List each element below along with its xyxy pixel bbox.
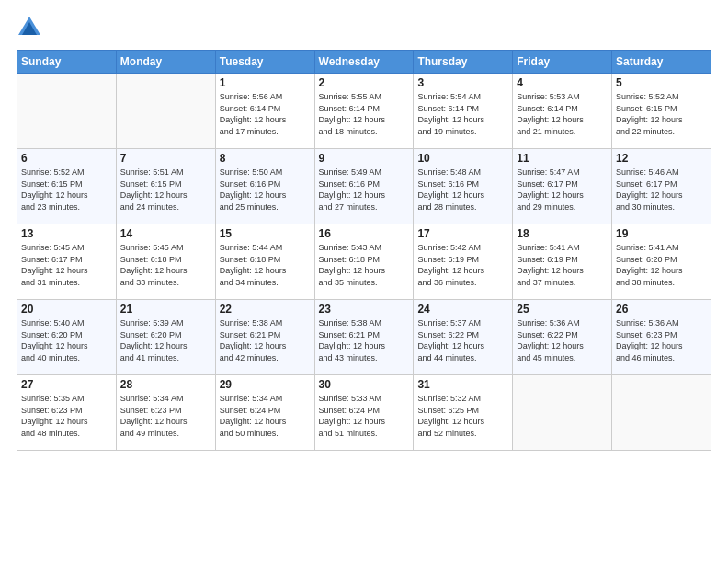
calendar-cell: 11Sunrise: 5:47 AM Sunset: 6:17 PM Dayli… xyxy=(513,149,612,224)
day-number: 3 xyxy=(417,76,508,89)
calendar-cell: 26Sunrise: 5:36 AM Sunset: 6:23 PM Dayli… xyxy=(612,300,711,375)
day-number: 12 xyxy=(616,152,707,165)
calendar-cell: 6Sunrise: 5:52 AM Sunset: 6:15 PM Daylig… xyxy=(17,149,117,224)
weekday-header-friday: Friday xyxy=(513,51,612,74)
calendar-cell: 31Sunrise: 5:32 AM Sunset: 6:25 PM Dayli… xyxy=(414,375,513,451)
day-info: Sunrise: 5:50 AM Sunset: 6:16 PM Dayligh… xyxy=(220,167,311,213)
day-number: 31 xyxy=(417,378,508,391)
calendar-cell xyxy=(513,375,612,451)
calendar-cell: 21Sunrise: 5:39 AM Sunset: 6:20 PM Dayli… xyxy=(116,300,215,375)
day-info: Sunrise: 5:46 AM Sunset: 6:17 PM Dayligh… xyxy=(616,167,707,213)
day-info: Sunrise: 5:42 AM Sunset: 6:19 PM Dayligh… xyxy=(417,242,508,288)
day-number: 20 xyxy=(21,303,112,316)
calendar-cell: 25Sunrise: 5:36 AM Sunset: 6:22 PM Dayli… xyxy=(513,300,612,375)
calendar-week-row: 6Sunrise: 5:52 AM Sunset: 6:15 PM Daylig… xyxy=(17,149,711,224)
day-number: 19 xyxy=(616,227,707,240)
day-number: 18 xyxy=(517,227,608,240)
day-number: 2 xyxy=(319,76,410,89)
day-info: Sunrise: 5:32 AM Sunset: 6:25 PM Dayligh… xyxy=(417,393,508,439)
day-number: 11 xyxy=(517,152,608,165)
calendar-cell: 22Sunrise: 5:38 AM Sunset: 6:21 PM Dayli… xyxy=(215,300,314,375)
page: SundayMondayTuesdayWednesdayThursdayFrid… xyxy=(0,0,728,563)
calendar-cell: 23Sunrise: 5:38 AM Sunset: 6:21 PM Dayli… xyxy=(314,300,414,375)
day-number: 24 xyxy=(417,303,508,316)
calendar-week-row: 20Sunrise: 5:40 AM Sunset: 6:20 PM Dayli… xyxy=(17,300,711,375)
calendar-cell: 1Sunrise: 5:56 AM Sunset: 6:14 PM Daylig… xyxy=(215,74,314,149)
calendar-cell: 14Sunrise: 5:45 AM Sunset: 6:18 PM Dayli… xyxy=(116,224,215,300)
calendar-cell: 24Sunrise: 5:37 AM Sunset: 6:22 PM Dayli… xyxy=(414,300,513,375)
day-info: Sunrise: 5:38 AM Sunset: 6:21 PM Dayligh… xyxy=(220,317,311,363)
calendar-cell: 18Sunrise: 5:41 AM Sunset: 6:19 PM Dayli… xyxy=(513,224,612,300)
day-info: Sunrise: 5:55 AM Sunset: 6:14 PM Dayligh… xyxy=(319,91,410,137)
calendar-cell: 29Sunrise: 5:34 AM Sunset: 6:24 PM Dayli… xyxy=(215,375,314,451)
day-info: Sunrise: 5:44 AM Sunset: 6:18 PM Dayligh… xyxy=(220,242,311,288)
calendar-cell: 4Sunrise: 5:53 AM Sunset: 6:14 PM Daylig… xyxy=(513,74,612,149)
calendar-week-row: 27Sunrise: 5:35 AM Sunset: 6:23 PM Dayli… xyxy=(17,375,711,451)
day-number: 4 xyxy=(517,76,608,89)
calendar-cell xyxy=(612,375,711,451)
day-info: Sunrise: 5:45 AM Sunset: 6:17 PM Dayligh… xyxy=(21,242,112,288)
day-number: 26 xyxy=(616,303,707,316)
day-number: 16 xyxy=(319,227,410,240)
day-info: Sunrise: 5:52 AM Sunset: 6:15 PM Dayligh… xyxy=(616,91,707,137)
calendar-cell: 17Sunrise: 5:42 AM Sunset: 6:19 PM Dayli… xyxy=(414,224,513,300)
day-info: Sunrise: 5:51 AM Sunset: 6:15 PM Dayligh… xyxy=(120,167,211,213)
day-info: Sunrise: 5:48 AM Sunset: 6:16 PM Dayligh… xyxy=(417,167,508,213)
weekday-header-row: SundayMondayTuesdayWednesdayThursdayFrid… xyxy=(17,51,711,74)
day-number: 9 xyxy=(319,152,410,165)
calendar-cell: 28Sunrise: 5:34 AM Sunset: 6:23 PM Dayli… xyxy=(116,375,215,451)
day-number: 25 xyxy=(517,303,608,316)
calendar-cell: 27Sunrise: 5:35 AM Sunset: 6:23 PM Dayli… xyxy=(17,375,117,451)
day-info: Sunrise: 5:41 AM Sunset: 6:20 PM Dayligh… xyxy=(616,242,707,288)
calendar-cell xyxy=(116,74,215,149)
calendar-body: 1Sunrise: 5:56 AM Sunset: 6:14 PM Daylig… xyxy=(17,74,711,451)
calendar-cell: 8Sunrise: 5:50 AM Sunset: 6:16 PM Daylig… xyxy=(215,149,314,224)
logo xyxy=(17,15,46,40)
day-info: Sunrise: 5:49 AM Sunset: 6:16 PM Dayligh… xyxy=(319,167,410,213)
day-info: Sunrise: 5:38 AM Sunset: 6:21 PM Dayligh… xyxy=(319,317,410,363)
day-info: Sunrise: 5:54 AM Sunset: 6:14 PM Dayligh… xyxy=(417,91,508,137)
day-info: Sunrise: 5:40 AM Sunset: 6:20 PM Dayligh… xyxy=(21,317,112,363)
day-info: Sunrise: 5:37 AM Sunset: 6:22 PM Dayligh… xyxy=(417,317,508,363)
day-info: Sunrise: 5:52 AM Sunset: 6:15 PM Dayligh… xyxy=(21,167,112,213)
weekday-header-tuesday: Tuesday xyxy=(215,51,314,74)
calendar-cell: 3Sunrise: 5:54 AM Sunset: 6:14 PM Daylig… xyxy=(414,74,513,149)
day-number: 13 xyxy=(21,227,112,240)
day-info: Sunrise: 5:45 AM Sunset: 6:18 PM Dayligh… xyxy=(120,242,211,288)
day-number: 29 xyxy=(220,378,311,391)
day-number: 10 xyxy=(417,152,508,165)
calendar-cell: 2Sunrise: 5:55 AM Sunset: 6:14 PM Daylig… xyxy=(314,74,414,149)
day-number: 14 xyxy=(120,227,211,240)
calendar-cell: 9Sunrise: 5:49 AM Sunset: 6:16 PM Daylig… xyxy=(314,149,414,224)
day-number: 21 xyxy=(120,303,211,316)
day-info: Sunrise: 5:35 AM Sunset: 6:23 PM Dayligh… xyxy=(21,393,112,439)
day-info: Sunrise: 5:36 AM Sunset: 6:23 PM Dayligh… xyxy=(616,317,707,363)
weekday-header-wednesday: Wednesday xyxy=(314,51,414,74)
calendar-cell xyxy=(17,74,117,149)
day-number: 22 xyxy=(220,303,311,316)
day-number: 5 xyxy=(616,76,707,89)
day-number: 17 xyxy=(417,227,508,240)
calendar-cell: 30Sunrise: 5:33 AM Sunset: 6:24 PM Dayli… xyxy=(314,375,414,451)
day-info: Sunrise: 5:56 AM Sunset: 6:14 PM Dayligh… xyxy=(220,91,311,137)
day-number: 1 xyxy=(220,76,311,89)
weekday-header-monday: Monday xyxy=(116,51,215,74)
calendar-table: SundayMondayTuesdayWednesdayThursdayFrid… xyxy=(17,50,711,451)
day-number: 27 xyxy=(21,378,112,391)
calendar-cell: 15Sunrise: 5:44 AM Sunset: 6:18 PM Dayli… xyxy=(215,224,314,300)
day-info: Sunrise: 5:36 AM Sunset: 6:22 PM Dayligh… xyxy=(517,317,608,363)
logo-icon xyxy=(17,15,42,40)
calendar-week-row: 1Sunrise: 5:56 AM Sunset: 6:14 PM Daylig… xyxy=(17,74,711,149)
header xyxy=(17,15,711,40)
day-info: Sunrise: 5:34 AM Sunset: 6:23 PM Dayligh… xyxy=(120,393,211,439)
day-number: 28 xyxy=(120,378,211,391)
day-info: Sunrise: 5:41 AM Sunset: 6:19 PM Dayligh… xyxy=(517,242,608,288)
calendar-cell: 7Sunrise: 5:51 AM Sunset: 6:15 PM Daylig… xyxy=(116,149,215,224)
calendar-cell: 10Sunrise: 5:48 AM Sunset: 6:16 PM Dayli… xyxy=(414,149,513,224)
day-info: Sunrise: 5:33 AM Sunset: 6:24 PM Dayligh… xyxy=(319,393,410,439)
day-info: Sunrise: 5:53 AM Sunset: 6:14 PM Dayligh… xyxy=(517,91,608,137)
weekday-header-sunday: Sunday xyxy=(17,51,117,74)
day-info: Sunrise: 5:34 AM Sunset: 6:24 PM Dayligh… xyxy=(220,393,311,439)
calendar-cell: 16Sunrise: 5:43 AM Sunset: 6:18 PM Dayli… xyxy=(314,224,414,300)
day-info: Sunrise: 5:47 AM Sunset: 6:17 PM Dayligh… xyxy=(517,167,608,213)
